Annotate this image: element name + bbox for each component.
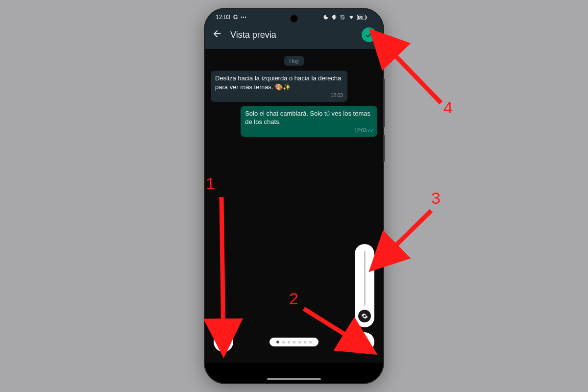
pager-dot (288, 341, 290, 343)
annotation-label-3: 3 (431, 189, 441, 208)
annotation-label-4: 4 (443, 98, 453, 117)
vibrate-icon (331, 14, 337, 20)
svg-rect-7 (366, 16, 367, 19)
back-button[interactable] (212, 28, 222, 41)
wifi-icon (348, 14, 355, 20)
battery-pct: 68 (359, 15, 364, 20)
status-time: 12:03 (216, 14, 230, 21)
power-button-physical (383, 135, 385, 162)
status-right: 68 (323, 14, 372, 20)
message-time: 12:03 (245, 127, 373, 134)
svg-line-15 (381, 41, 441, 103)
message-text: Solo el chat cambiará. Solo tú ves los t… (245, 109, 373, 126)
svg-point-2 (245, 17, 246, 18)
svg-line-9 (221, 197, 223, 341)
annotation-arrow-2 (299, 304, 377, 358)
svg-line-13 (381, 211, 431, 260)
annotation-arrow-1 (204, 191, 233, 353)
camera-cutout (290, 15, 298, 23)
page-title: Vista previa (230, 30, 354, 40)
annotation-arrow-4 (372, 34, 451, 113)
date-chip: Hoy (284, 56, 304, 66)
svg-line-11 (304, 309, 363, 345)
message-text: Desliza hacia la izquierda o hacia la de… (215, 74, 343, 91)
pager-dot (293, 341, 295, 343)
message-time: 12:03 (215, 92, 343, 99)
more-dots-icon (241, 14, 246, 20)
svg-point-1 (243, 17, 245, 18)
svg-point-0 (241, 17, 243, 18)
annotation-arrow-3 (372, 206, 441, 270)
battery-icon: 68 (357, 15, 372, 20)
app-bar: Vista previa (205, 23, 383, 49)
annotation-label-1: 1 (206, 174, 215, 193)
annotation-label-2: 2 (289, 289, 298, 308)
outgoing-message: Solo el chat cambiará. Solo tú ves los t… (241, 106, 377, 137)
slider-track[interactable] (364, 251, 366, 306)
incoming-message: Desliza hacia la izquierda o hacia la de… (211, 71, 347, 102)
status-left: 12:03 G (216, 14, 246, 21)
pager-dot (282, 341, 285, 343)
gesture-nav-bar[interactable] (267, 378, 321, 380)
status-app-indicator: G (233, 14, 238, 21)
pager-dot (276, 341, 279, 343)
no-sim-icon (340, 14, 345, 20)
dnd-moon-icon (323, 14, 329, 20)
